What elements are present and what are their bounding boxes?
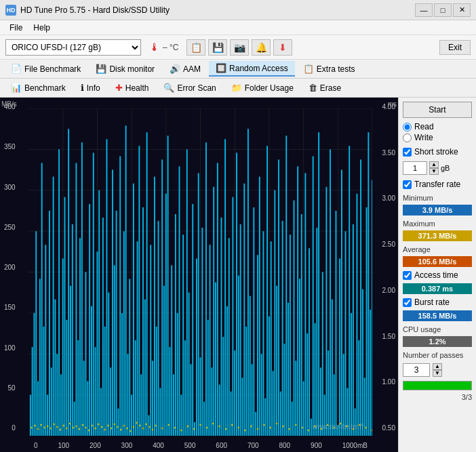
svg-point-204 (47, 425, 49, 427)
svg-point-248 (218, 425, 220, 427)
svg-point-211 (69, 422, 71, 424)
tab-erase-label: Erase (320, 83, 341, 93)
access-time-input[interactable] (403, 271, 412, 280)
tab-disk-monitor[interactable]: 💾 Disk monitor (89, 62, 161, 76)
temperature-display: 🌡 – °C (149, 41, 178, 54)
svg-point-224 (111, 427, 113, 429)
passes-input[interactable] (403, 363, 430, 377)
rw-radio-group: Read Write (403, 122, 472, 142)
passes-spin-up[interactable]: ▲ (433, 363, 442, 370)
svg-point-215 (81, 424, 83, 426)
tab-folder-usage[interactable]: 📁 Folder Usage (224, 81, 300, 95)
close-button[interactable]: ✕ (453, 3, 471, 17)
minimize-button[interactable]: — (415, 3, 433, 17)
y-axis-right: 4.00 3.50 3.00 2.50 2.00 1.50 1.00 0.50 (382, 103, 395, 432)
spin-up-button[interactable]: ▲ (429, 161, 439, 168)
svg-point-241 (174, 426, 176, 428)
access-time-value: 0.387 ms (403, 283, 472, 294)
svg-point-261 (301, 426, 303, 428)
svg-point-217 (88, 429, 90, 431)
y-axis-left: 400 350 300 250 200 150 100 50 0 (4, 103, 16, 432)
svg-point-254 (257, 428, 259, 430)
tab-benchmark[interactable]: 📊 Benchmark (4, 81, 73, 95)
tab-extra-tests[interactable]: 📋 Extra tests (296, 62, 362, 76)
access-time-checkbox[interactable]: Access time (403, 270, 472, 280)
read-radio[interactable]: Read (403, 122, 472, 131)
svg-point-250 (231, 424, 233, 426)
exit-button[interactable]: Exit (439, 40, 471, 55)
y-label-300: 300 (4, 184, 16, 191)
tab-erase[interactable]: 🗑 Erase (302, 81, 348, 95)
short-stroke-checkbox[interactable]: Short stroke (403, 147, 472, 157)
start-button[interactable]: Start (403, 102, 472, 118)
tab-health[interactable]: ✚ Health (108, 81, 156, 95)
write-radio-input[interactable] (403, 133, 412, 142)
drive-select[interactable]: ORICO UFSD-I (127 gB) (5, 39, 141, 56)
main-content: 400 350 300 250 200 150 100 50 0 MB/s ms… (0, 98, 476, 452)
svg-point-258 (282, 425, 284, 427)
toolbar-icons: 📋 💾 📷 🔔 ⬇ (186, 39, 292, 56)
erase-icon: 🗑 (309, 83, 317, 93)
spin-down-button[interactable]: ▼ (429, 168, 439, 175)
progress-bar-inner (403, 382, 471, 390)
svg-point-260 (295, 424, 297, 426)
svg-point-249 (225, 428, 227, 430)
spin-buttons: ▲ ▼ (429, 161, 439, 175)
toolbar-icon-2[interactable]: 💾 (208, 39, 227, 56)
burst-rate-value: 158.5 MB/s (403, 310, 472, 321)
y-label-200: 200 (4, 264, 16, 271)
svg-point-253 (250, 425, 252, 427)
write-radio[interactable]: Write (403, 133, 472, 142)
progress-label: 3/3 (403, 393, 472, 401)
toolbar-icon-4[interactable]: 🔔 (252, 39, 271, 56)
tab-random-access[interactable]: 🔲 Random Access (209, 61, 295, 77)
svg-point-245 (199, 424, 201, 426)
svg-point-223 (107, 424, 109, 426)
read-radio-label: Read (414, 122, 434, 131)
y-label-350: 350 (4, 143, 16, 150)
tab-aam[interactable]: 🔊 AAM (163, 62, 207, 76)
thermometer-icon: 🌡 (149, 41, 160, 54)
benchmark-icon: 📊 (11, 83, 22, 93)
menu-file[interactable]: File (4, 22, 28, 34)
tab-error-scan[interactable]: 🔍 Error Scan (157, 81, 222, 95)
cpu-usage-label: CPU usage (403, 325, 472, 333)
short-stroke-value[interactable] (403, 161, 427, 175)
x-label-900: 900 (311, 442, 322, 449)
write-radio-label: Write (414, 133, 433, 142)
svg-point-232 (136, 422, 138, 424)
tab-file-benchmark[interactable]: 📄 File Benchmark (4, 62, 87, 76)
read-radio-input[interactable] (403, 123, 412, 131)
toolbar-icon-1[interactable]: 📋 (186, 39, 205, 56)
transfer-rate-checkbox[interactable]: Transfer rate (403, 180, 472, 189)
x-label-700: 700 (247, 442, 259, 449)
passes-label: Number of passes (403, 351, 472, 359)
tab-info[interactable]: ℹ Info (74, 81, 107, 95)
svg-point-257 (276, 422, 278, 424)
svg-point-219 (94, 427, 96, 429)
svg-point-259 (289, 428, 291, 430)
burst-rate-input[interactable] (403, 298, 412, 307)
toolbar-icon-3[interactable]: 📷 (230, 39, 249, 56)
toolbar-icon-5[interactable]: ⬇ (273, 39, 292, 56)
passes-spin-down[interactable]: ▼ (433, 370, 442, 377)
svg-point-251 (237, 426, 239, 428)
svg-point-226 (117, 426, 119, 428)
short-stroke-spinbox: ▲ ▼ gB (403, 161, 472, 175)
toolbar: ORICO UFSD-I (127 gB) 🌡 – °C 📋 💾 📷 🔔 ⬇ E… (0, 35, 476, 60)
svg-point-201 (37, 428, 39, 430)
y-label-4: 4.00 (382, 103, 395, 110)
disk-monitor-icon: 💾 (96, 64, 106, 74)
transfer-rate-input[interactable] (403, 180, 412, 189)
short-stroke-input[interactable] (403, 148, 412, 157)
x-label-400: 400 (153, 442, 164, 449)
burst-rate-label: Burst rate (414, 297, 450, 307)
y-label-100: 100 (4, 344, 16, 352)
tab-random-access-label: Random Access (229, 64, 288, 73)
y-label-250: 250 (4, 224, 16, 231)
menu-help[interactable]: Help (28, 22, 56, 34)
svg-point-237 (152, 428, 154, 430)
maximize-button[interactable]: □ (434, 3, 452, 17)
burst-rate-checkbox[interactable]: Burst rate (403, 297, 472, 307)
tab-extra-tests-label: Extra tests (317, 64, 355, 74)
